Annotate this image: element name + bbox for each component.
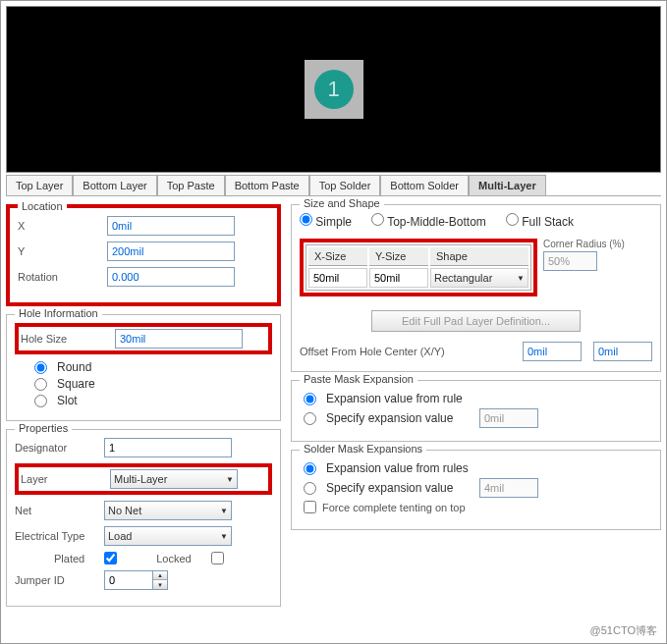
tenting-top-checkbox[interactable]	[304, 501, 316, 513]
shape-value: Rectangular	[434, 272, 492, 284]
pad-circle: 1	[314, 70, 354, 109]
tenting-top-label: Force complete tenting on top	[322, 502, 466, 513]
hole-slot-radio[interactable]	[34, 395, 47, 407]
shape-header: Shape	[430, 247, 528, 266]
net-value: No Net	[108, 505, 141, 516]
plated-checkbox[interactable]	[104, 552, 117, 564]
hole-square-label: Square	[57, 377, 95, 391]
rotation-label: Rotation	[18, 271, 101, 283]
layer-tabs: Top Layer Bottom Layer Top Paste Bottom …	[6, 175, 661, 196]
simple-radio[interactable]	[300, 213, 312, 226]
properties-group: Properties Designator Layer Multi-Layer▼…	[6, 429, 281, 607]
hole-info-group: Hole Information Hole Size Round Square …	[6, 314, 281, 421]
watermark: @51CTO博客	[590, 623, 657, 638]
electrical-dropdown[interactable]: Load▼	[104, 526, 232, 546]
hole-square-radio[interactable]	[34, 378, 47, 391]
net-dropdown[interactable]: No Net▼	[104, 501, 232, 520]
hole-slot-label: Slot	[57, 394, 78, 407]
offset-y-input[interactable]	[593, 342, 652, 361]
paste-legend: Paste Mask Expansion	[300, 373, 417, 385]
locked-label: Locked	[156, 553, 191, 564]
paste-specify-radio[interactable]	[304, 412, 316, 425]
chevron-down-icon: ▼	[220, 507, 228, 515]
xsize-input[interactable]	[308, 268, 367, 288]
offset-x-input[interactable]	[523, 342, 582, 361]
chevron-down-icon: ▼	[220, 532, 228, 541]
corner-input	[543, 251, 597, 271]
hole-size-label: Hole Size	[21, 333, 109, 345]
shape-table: X-Size Y-Size Shape Rectangular▼	[306, 244, 531, 291]
designator-label: Designator	[15, 442, 98, 454]
hole-round-radio[interactable]	[34, 361, 47, 374]
location-group: Location X Y Rotation	[6, 204, 281, 306]
solder-legend: Solder Mask Expansions	[300, 443, 426, 455]
hole-legend: Hole Information	[15, 307, 102, 319]
electrical-value: Load	[108, 530, 132, 542]
tab-top-paste[interactable]: Top Paste	[157, 175, 225, 195]
shape-dropdown[interactable]: Rectangular▼	[430, 268, 528, 288]
size-shape-group: Size and Shape Simple Top-Middle-Bottom …	[291, 204, 661, 372]
jumper-label: Jumper ID	[15, 574, 98, 586]
y-label: Y	[18, 245, 101, 257]
x-input[interactable]	[107, 216, 235, 236]
chevron-down-icon: ▼	[517, 274, 525, 283]
edit-full-pad-button: Edit Full Pad Layer Definition...	[371, 310, 581, 332]
location-legend: Location	[18, 200, 67, 212]
properties-legend: Properties	[15, 422, 72, 434]
electrical-label: Electrical Type	[15, 530, 98, 542]
chevron-down-icon: ▼	[226, 475, 234, 484]
paste-value-input	[479, 408, 538, 428]
paste-from-rule-radio[interactable]	[304, 393, 316, 405]
hole-size-input[interactable]	[115, 329, 243, 349]
solder-from-rule-label: Expansion value from rules	[326, 461, 469, 475]
tab-bottom-solder[interactable]: Bottom Solder	[380, 175, 469, 195]
plated-label: Plated	[54, 553, 84, 564]
ysize-input[interactable]	[369, 268, 428, 288]
tmb-radio[interactable]	[371, 213, 384, 226]
jumper-stepper[interactable]: ▲▼	[104, 570, 168, 590]
tab-bottom-paste[interactable]: Bottom Paste	[225, 175, 309, 195]
pad-preview-area: 1	[6, 6, 661, 173]
x-label: X	[18, 220, 101, 232]
solder-from-rule-radio[interactable]	[304, 462, 316, 475]
fullstack-label: Full Stack	[522, 215, 574, 229]
ysize-header: Y-Size	[369, 247, 428, 266]
layer-value: Multi-Layer	[114, 473, 167, 485]
paste-specify-label: Specify expansion value	[326, 411, 473, 425]
solder-specify-radio[interactable]	[304, 482, 316, 495]
spin-up-icon[interactable]: ▲	[153, 571, 167, 580]
xsize-header: X-Size	[308, 247, 367, 266]
offset-label: Offset From Hole Center (X/Y)	[300, 346, 511, 357]
paste-from-rule-label: Expansion value from rule	[326, 392, 463, 405]
net-label: Net	[15, 505, 98, 516]
tab-bottom-layer[interactable]: Bottom Layer	[73, 175, 156, 195]
layer-dropdown[interactable]: Multi-Layer▼	[110, 469, 238, 489]
tmb-label: Top-Middle-Bottom	[387, 215, 486, 229]
corner-label: Corner Radius (%)	[543, 239, 625, 249]
jumper-input[interactable]	[104, 570, 153, 590]
solder-value-input	[479, 478, 538, 498]
solder-mask-group: Solder Mask Expansions Expansion value f…	[291, 450, 661, 530]
solder-specify-label: Specify expansion value	[326, 481, 473, 495]
rotation-input[interactable]	[107, 267, 235, 287]
tab-top-layer[interactable]: Top Layer	[6, 175, 73, 195]
pad-preview: 1	[305, 60, 363, 119]
paste-mask-group: Paste Mask Expansion Expansion value fro…	[291, 380, 661, 442]
locked-checkbox[interactable]	[211, 552, 224, 564]
tab-multi-layer[interactable]: Multi-Layer	[469, 175, 546, 195]
layer-label: Layer	[21, 473, 104, 485]
size-shape-legend: Size and Shape	[300, 197, 384, 209]
tab-top-solder[interactable]: Top Solder	[309, 175, 381, 195]
hole-round-label: Round	[57, 360, 91, 374]
designator-input[interactable]	[104, 438, 232, 457]
spin-down-icon[interactable]: ▼	[153, 580, 167, 589]
fullstack-radio[interactable]	[506, 213, 519, 226]
y-input[interactable]	[107, 242, 235, 261]
simple-label: Simple	[315, 215, 352, 229]
pad-number: 1	[327, 77, 339, 102]
